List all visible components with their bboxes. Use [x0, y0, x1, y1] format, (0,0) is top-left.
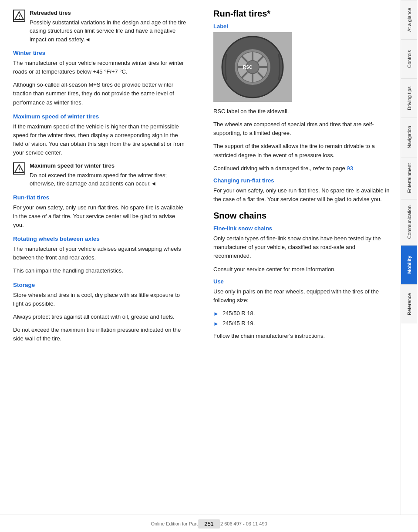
max-speed-para1: If the maximum speed of the vehicle is h… — [13, 122, 187, 158]
storage-heading: Storage — [13, 282, 187, 288]
sidebar-tab-entertainment[interactable]: Entertainment — [401, 157, 417, 199]
label-para3: Continued driving with a damaged tire., … — [213, 164, 392, 173]
rotating-heading: Rotating wheels between axles — [13, 236, 187, 242]
warning-retreaded-title: Retreaded tires — [30, 9, 187, 17]
sidebar-tab-mobility[interactable]: Mobility — [401, 245, 417, 284]
sidebar-tab-controls[interactable]: Controls — [401, 39, 417, 78]
warning-icon-1 — [13, 10, 25, 22]
svg-point-2 — [19, 18, 20, 19]
sidebar-tab-driving-tips[interactable]: Driving tips — [401, 78, 417, 118]
fine-link-para1: Only certain types of fine-link snow cha… — [213, 234, 392, 260]
use-item-2: 245/45 R 19. — [222, 319, 255, 328]
max-speed-heading: Maximum speed of winter tires — [13, 113, 187, 120]
svg-text:RSC: RSC — [243, 65, 252, 70]
use-para1: Use only in pairs on the rear wheels, eq… — [213, 287, 392, 305]
winter-tires-heading: Winter tires — [13, 50, 187, 56]
use-bullet-2: ► 245/45 R 19. — [213, 319, 392, 328]
warning-icon-2 — [13, 162, 25, 175]
warning-max-speed: Maximum speed for winter tires Do not ex… — [13, 162, 187, 188]
bullet-arrow-2: ► — [213, 320, 219, 328]
sidebar: At a glanceControlsDriving tipsNavigatio… — [401, 0, 417, 532]
bullet-arrow-1: ► — [213, 310, 219, 318]
sidebar-tab-navigation[interactable]: Navigation — [401, 118, 417, 157]
use-item-1: 245/50 R 18. — [222, 309, 255, 318]
warning-max-speed-title: Maximum speed for winter tires — [30, 162, 187, 170]
left-column: Retreaded tires Possibly substantial var… — [0, 0, 200, 532]
rsc-label-text: RSC label on the tire sidewall. — [213, 107, 392, 116]
label-para1: The wheels are composed of special rims … — [213, 120, 392, 138]
storage-para1: Store wheels and tires in a cool, dry pl… — [13, 291, 187, 308]
run-flat-left-heading: Run-flat tires — [13, 194, 187, 201]
changing-heading: Changing run-flat tires — [213, 177, 392, 184]
svg-point-5 — [19, 171, 20, 172]
changing-para1: For your own safety, only use run-flat t… — [213, 186, 392, 204]
sidebar-tab-reference[interactable]: Reference — [401, 284, 417, 323]
use-follow: Follow the chain manufacturer's instruct… — [213, 332, 392, 340]
storage-para2: Always protect tires against all contact… — [13, 313, 187, 321]
use-bullet-1: ► 245/50 R 18. — [213, 309, 392, 318]
run-flat-main-heading: Run-flat tires* — [213, 9, 392, 19]
warning-max-speed-text: Do not exceed the maximum speed for the … — [30, 172, 167, 187]
right-column: Run-flat tires* Label — [200, 0, 401, 532]
tire-image: RSC — [213, 32, 292, 102]
label-heading: Label — [213, 23, 392, 30]
rotating-para2: This can impair the handling characteris… — [13, 266, 187, 275]
run-flat-left-para1: For your own safety, only use run-flat t… — [13, 203, 187, 229]
storage-para3: Do not exceed the maximum tire inflation… — [13, 326, 187, 343]
sidebar-tab-at-a-glance[interactable]: At a glance — [401, 0, 417, 39]
sidebar-tab-communication[interactable]: Communication — [401, 199, 417, 245]
rotating-para1: The manufacturer of your vehicle advises… — [13, 245, 187, 262]
winter-tires-para1: The manufacturer of your vehicle recomme… — [13, 59, 187, 76]
label-para2: The support of the sidewall allows the t… — [213, 142, 392, 159]
fine-link-heading: Fine-link snow chains — [213, 225, 392, 232]
page-number: 251 — [198, 519, 220, 529]
fine-link-para2: Consult your service center for more inf… — [213, 265, 392, 274]
use-heading: Use — [213, 278, 392, 285]
page-link[interactable]: 93 — [347, 165, 353, 172]
warning-retreaded-text: Possibly substantial variations in the d… — [30, 19, 186, 43]
snow-chains-heading: Snow chains — [213, 211, 392, 221]
winter-tires-para2: Although so-called all-season M+S tires … — [13, 81, 187, 107]
warning-retreaded: Retreaded tires Possibly substantial var… — [13, 9, 187, 44]
